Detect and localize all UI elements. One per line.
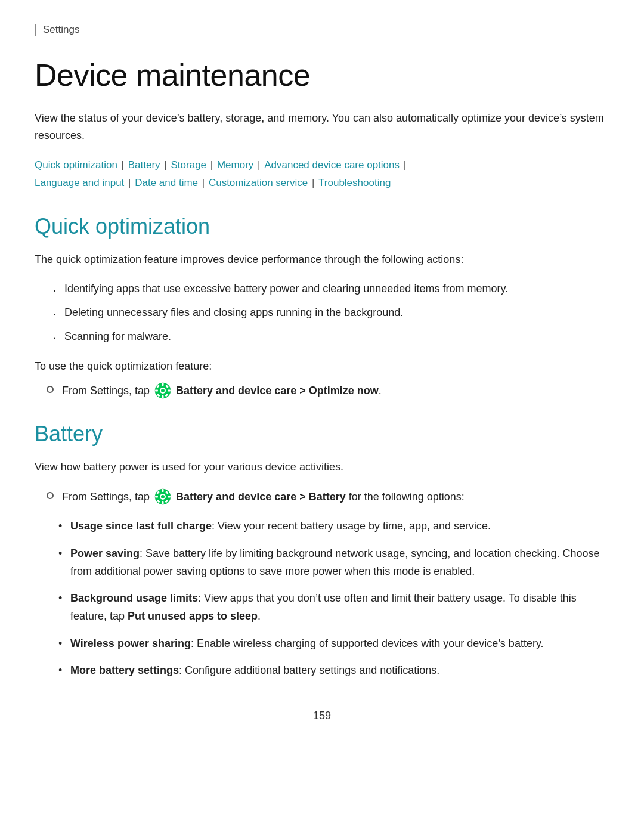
page-number: 159 bbox=[35, 710, 609, 722]
battery-step-prefix: From Settings, tap bbox=[62, 491, 150, 503]
battery-title: Battery bbox=[35, 422, 609, 447]
svg-rect-5 bbox=[155, 390, 158, 392]
nav-link-date[interactable]: Date and time bbox=[135, 177, 198, 188]
step-suffix: . bbox=[379, 385, 382, 397]
svg-rect-14 bbox=[162, 489, 164, 492]
option-text-after-bg: . bbox=[258, 610, 261, 622]
option-label-more: More battery settings bbox=[70, 664, 179, 676]
battery-option-wireless-sharing: Wireless power sharing: Enable wireless … bbox=[58, 635, 609, 653]
separator: | bbox=[255, 159, 263, 171]
option-label-bg-limits: Background usage limits bbox=[70, 592, 198, 604]
breadcrumb: Settings bbox=[35, 24, 609, 36]
svg-rect-17 bbox=[168, 496, 171, 497]
page-container: Settings Device maintenance View the sta… bbox=[0, 0, 644, 833]
nav-link-memory[interactable]: Memory bbox=[217, 159, 253, 171]
battery-option-power-saving: Power saving: Save battery life by limit… bbox=[58, 545, 609, 580]
option-label-usage: Usage since last full charge bbox=[70, 520, 212, 532]
battery-step-text: From Settings, tap Battery and device ca… bbox=[62, 488, 465, 506]
battery-option-background-limits: Background usage limits: View apps that … bbox=[58, 590, 609, 625]
svg-rect-3 bbox=[162, 383, 164, 386]
option-text-more: Configure additional battery settings an… bbox=[182, 664, 439, 676]
separator: | bbox=[309, 177, 317, 188]
quick-optimization-step-text: From Settings, tap Battery and device ca… bbox=[62, 382, 382, 400]
battery-description: View how battery power is used for your … bbox=[35, 459, 609, 476]
svg-point-13 bbox=[161, 495, 165, 498]
separator: | bbox=[162, 159, 170, 171]
battery-step-bold: Battery and device care > Battery bbox=[176, 491, 346, 503]
option-label-power-saving: Power saving bbox=[70, 547, 140, 559]
option-text-wireless: Enable wireless charging of supported de… bbox=[194, 637, 544, 649]
step-prefix: From Settings, tap bbox=[62, 385, 150, 397]
battery-section: Battery View how battery power is used f… bbox=[35, 422, 609, 680]
nav-link-quick-optimization[interactable]: Quick optimization bbox=[35, 159, 117, 171]
battery-options-list: Usage since last full charge: View your … bbox=[58, 518, 609, 680]
nav-link-customization[interactable]: Customization service bbox=[209, 177, 308, 188]
option-label-wireless: Wireless power sharing bbox=[70, 637, 191, 649]
battery-option-more-settings: More battery settings: Configure additio… bbox=[58, 662, 609, 680]
svg-rect-4 bbox=[162, 395, 164, 398]
settings-gear-icon bbox=[154, 382, 171, 399]
step-bold: Battery and device care > Optimize now bbox=[176, 385, 379, 397]
svg-point-2 bbox=[161, 389, 165, 392]
svg-rect-16 bbox=[155, 496, 158, 497]
circle-bullet-battery-icon bbox=[47, 492, 54, 499]
put-unused-bold: Put unused apps to sleep bbox=[128, 610, 258, 622]
quick-optimization-description: The quick optimization feature improves … bbox=[35, 251, 609, 269]
battery-settings-gear-icon bbox=[154, 488, 171, 505]
bullet-item-2: Deleting unnecessary files and closing a… bbox=[52, 304, 609, 322]
separator: | bbox=[208, 159, 216, 171]
intro-description: View the status of your device’s battery… bbox=[35, 110, 609, 144]
battery-option-usage: Usage since last full charge: View your … bbox=[58, 518, 609, 535]
separator: | bbox=[125, 177, 134, 188]
option-text-power-saving: Save battery life by limiting background… bbox=[70, 547, 600, 577]
separator: | bbox=[119, 159, 127, 171]
nav-links: Quick optimization | Battery | Storage |… bbox=[35, 156, 609, 193]
nav-link-advanced[interactable]: Advanced device care options bbox=[264, 159, 400, 171]
option-text-usage: View your recent battery usage by time, … bbox=[215, 520, 491, 532]
separator: | bbox=[401, 159, 406, 171]
quick-optimization-step: From Settings, tap Battery and device ca… bbox=[47, 382, 609, 400]
battery-step-suffix: for the following options: bbox=[346, 491, 465, 503]
bullet-item-1: Identifying apps that use excessive batt… bbox=[52, 280, 609, 298]
svg-rect-15 bbox=[162, 501, 164, 504]
separator: | bbox=[199, 177, 208, 188]
bullet-item-3: Scanning for malware. bbox=[52, 328, 609, 346]
page-title: Device maintenance bbox=[35, 57, 609, 93]
battery-step: From Settings, tap Battery and device ca… bbox=[47, 488, 609, 506]
quick-optimization-bullets: Identifying apps that use excessive batt… bbox=[52, 280, 609, 345]
nav-link-storage[interactable]: Storage bbox=[171, 159, 207, 171]
nav-link-troubleshooting[interactable]: Troubleshooting bbox=[318, 177, 391, 188]
quick-optimization-title: Quick optimization bbox=[35, 214, 609, 239]
svg-rect-6 bbox=[168, 390, 171, 392]
quick-optimization-instruction: To use the quick optimization feature: bbox=[35, 358, 609, 376]
nav-link-language[interactable]: Language and input bbox=[35, 177, 124, 188]
circle-bullet-icon bbox=[47, 386, 54, 393]
nav-link-battery[interactable]: Battery bbox=[128, 159, 160, 171]
